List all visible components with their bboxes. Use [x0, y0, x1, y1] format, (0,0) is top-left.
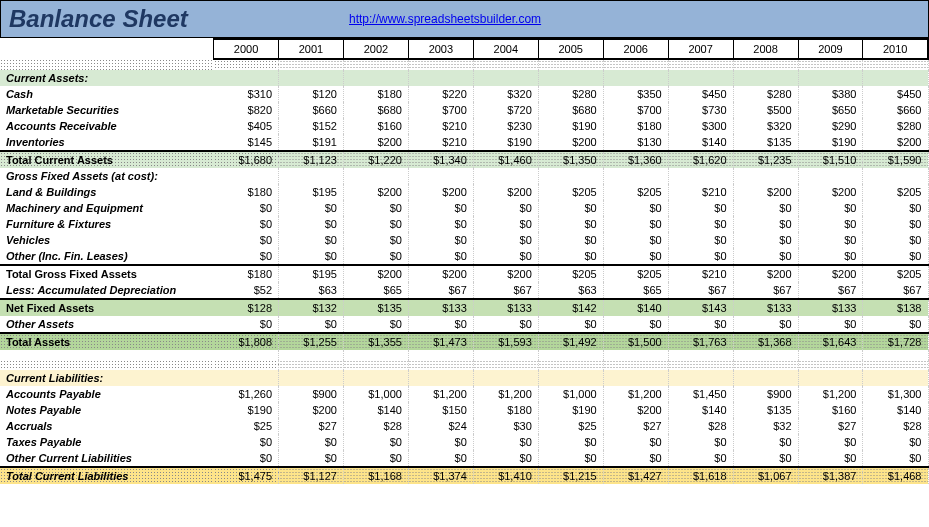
- year-header: 2000: [214, 39, 279, 59]
- cell: $30: [473, 418, 538, 434]
- cell: $1,123: [279, 151, 344, 168]
- cell: $0: [214, 200, 279, 216]
- cell: $1,590: [863, 151, 928, 168]
- cell: $63: [279, 282, 344, 299]
- row-label: Total Assets: [0, 333, 214, 350]
- cell: $0: [668, 450, 733, 467]
- row-label: Accounts Payable: [0, 386, 214, 402]
- cell: $180: [343, 86, 408, 102]
- cell: $0: [733, 316, 798, 333]
- cell: $310: [214, 86, 279, 102]
- cell: $720: [473, 102, 538, 118]
- year-header: 2001: [279, 39, 344, 59]
- cell: $67: [473, 282, 538, 299]
- cell: $1,000: [343, 386, 408, 402]
- year-header: 2004: [473, 39, 538, 59]
- cell: $0: [343, 248, 408, 265]
- cell: $200: [603, 402, 668, 418]
- row-label: Other Current Liabilities: [0, 450, 214, 467]
- cell: $0: [343, 216, 408, 232]
- cell: $1,460: [473, 151, 538, 168]
- cell: $1,387: [798, 467, 863, 484]
- cell: $0: [473, 232, 538, 248]
- cell: $135: [733, 134, 798, 151]
- row-label: Notes Payable: [0, 402, 214, 418]
- cell: $200: [473, 184, 538, 200]
- cell: $200: [538, 134, 603, 151]
- cell: $405: [214, 118, 279, 134]
- cell: $210: [408, 134, 473, 151]
- cell: $0: [343, 316, 408, 333]
- cell: $290: [798, 118, 863, 134]
- cell: $1,475: [214, 467, 279, 484]
- cell: $0: [538, 216, 603, 232]
- cell: $28: [668, 418, 733, 434]
- cell: $0: [214, 232, 279, 248]
- cell: $210: [408, 118, 473, 134]
- cell: $0: [863, 434, 928, 450]
- row-label: Total Gross Fixed Assets: [0, 265, 214, 282]
- cell: $1,643: [798, 333, 863, 350]
- row-label: Machinery and Equipment: [0, 200, 214, 216]
- table-row: Accounts Receivable$405$152$160$210$230$…: [0, 118, 928, 134]
- cell: $52: [214, 282, 279, 299]
- cell: $0: [214, 248, 279, 265]
- cell: $140: [343, 402, 408, 418]
- cell: $1,427: [603, 467, 668, 484]
- cell: $1,067: [733, 467, 798, 484]
- section-row: Current Assets:: [0, 70, 928, 86]
- cell: $280: [863, 118, 928, 134]
- cell: $200: [473, 265, 538, 282]
- cell: $140: [603, 299, 668, 316]
- cell: $65: [603, 282, 668, 299]
- cell: $0: [408, 434, 473, 450]
- cell: $1,200: [473, 386, 538, 402]
- cell: $1,618: [668, 467, 733, 484]
- table-row: Total Gross Fixed Assets$180$195$200$200…: [0, 265, 928, 282]
- cell: $1,235: [733, 151, 798, 168]
- cell: $0: [343, 232, 408, 248]
- cell: $190: [473, 134, 538, 151]
- cell: $200: [798, 184, 863, 200]
- cell: $200: [408, 265, 473, 282]
- row-label: Accounts Receivable: [0, 118, 214, 134]
- cell: $130: [603, 134, 668, 151]
- section-title: Current Liabilities:: [0, 370, 214, 386]
- cell: $0: [408, 232, 473, 248]
- cell: $140: [668, 134, 733, 151]
- table-row: Total Assets$1,808$1,255$1,355$1,473$1,5…: [0, 333, 928, 350]
- table-row: Other (Inc. Fin. Leases)$0$0$0$0$0$0$0$0…: [0, 248, 928, 265]
- cell: $1,200: [603, 386, 668, 402]
- table-row: Net Fixed Assets$128$132$135$133$133$142…: [0, 299, 928, 316]
- cell: $63: [538, 282, 603, 299]
- cell: $205: [863, 184, 928, 200]
- table-row: Machinery and Equipment$0$0$0$0$0$0$0$0$…: [0, 200, 928, 216]
- cell: $0: [279, 216, 344, 232]
- cell: $200: [408, 184, 473, 200]
- table-row: Total Current Liabilities$1,475$1,127$1,…: [0, 467, 928, 484]
- cell: $0: [798, 216, 863, 232]
- cell: $0: [473, 248, 538, 265]
- year-header: 2002: [343, 39, 408, 59]
- cell: $320: [473, 86, 538, 102]
- cell: $680: [343, 102, 408, 118]
- cell: $660: [863, 102, 928, 118]
- row-label: Total Current Assets: [0, 151, 214, 168]
- blank-row: [0, 360, 928, 370]
- cell: $0: [863, 232, 928, 248]
- cell: $160: [798, 402, 863, 418]
- cell: $0: [603, 450, 668, 467]
- table-row: Other Current Liabilities$0$0$0$0$0$0$0$…: [0, 450, 928, 467]
- cell: $191: [279, 134, 344, 151]
- cell: $195: [279, 184, 344, 200]
- cell: $0: [473, 450, 538, 467]
- cell: $0: [473, 216, 538, 232]
- builder-link[interactable]: http://www.spreadsheetsbuilder.com: [349, 12, 541, 26]
- cell: $67: [733, 282, 798, 299]
- cell: $1,220: [343, 151, 408, 168]
- cell: $32: [733, 418, 798, 434]
- cell: $1,473: [408, 333, 473, 350]
- year-header: 2006: [603, 39, 668, 59]
- cell: $0: [279, 450, 344, 467]
- row-label: Inventories: [0, 134, 214, 151]
